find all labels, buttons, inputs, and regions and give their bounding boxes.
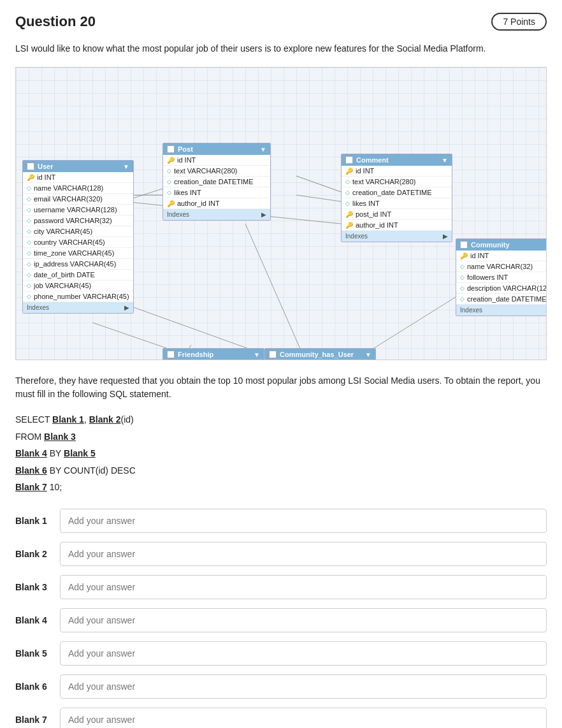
table-icon <box>345 156 353 164</box>
blank5-input[interactable] <box>60 641 547 666</box>
comment-table-name: Comment <box>356 156 389 164</box>
user-table-name: User <box>38 163 53 170</box>
key-icon: 🔑 <box>27 174 34 181</box>
table-row: ◇username VARCHAR(128) <box>23 205 133 215</box>
blank3-input[interactable] <box>60 575 547 599</box>
post-table-header: Post ▼ <box>163 143 270 155</box>
diamond-icon: ◇ <box>167 168 171 174</box>
table-row: ◇date_of_birth DATE <box>23 270 133 280</box>
points-badge: 7 Points <box>491 13 547 31</box>
blank3-label: Blank 3 <box>15 582 60 592</box>
blank5-label: Blank 5 <box>15 648 60 659</box>
post-table-indexes: Indexes▶ <box>163 209 270 220</box>
blank6-input[interactable] <box>60 674 547 699</box>
table-row: ◇job VARCHAR(45) <box>23 280 133 291</box>
table-icon <box>167 351 175 358</box>
diamond-icon: ◇ <box>27 261 31 267</box>
diamond-icon: ◇ <box>27 207 31 213</box>
blank1-row: Blank 1 <box>15 509 547 533</box>
blank2-ref: Blank 2 <box>89 414 121 425</box>
blank4-label: Blank 4 <box>15 615 60 625</box>
community-table-name: Community <box>471 241 510 249</box>
community-table: Community ▼ 🔑id INT ◇name VARCHAR(32) ◇f… <box>456 238 547 316</box>
sql-line-3: Blank 4 BY Blank 5 <box>15 445 547 462</box>
blank3-ref: Blank 3 <box>44 432 76 442</box>
table-row: ◇password VARCHAR(32) <box>23 215 133 226</box>
table-row: ◇creation_date DATETIME <box>342 187 452 198</box>
blank7-row: Blank 7 <box>15 708 547 728</box>
diamond-icon: ◇ <box>27 196 31 202</box>
db-diagram: User ▼ 🔑id INT ◇name VARCHAR(128) ◇email… <box>15 67 547 360</box>
sql-line-5: Blank 7 10; <box>15 479 547 496</box>
table-row: 🔑author_id INT <box>342 220 452 231</box>
table-row: ◇creation_date DATETIME <box>163 177 270 187</box>
friendship-table-name: Friendship <box>178 351 213 358</box>
table-row: 🔑id INT <box>342 166 452 177</box>
diamond-icon: ◇ <box>460 296 465 302</box>
table-icon <box>27 163 34 170</box>
friendship-table-header: Friendship ▼ <box>163 349 264 360</box>
blank3-row: Blank 3 <box>15 575 547 599</box>
table-row: ◇text VARCHAR(280) <box>163 166 270 177</box>
blank4-input[interactable] <box>60 608 547 632</box>
blank2-input[interactable] <box>60 542 547 566</box>
blank7-ref: Blank 7 <box>15 482 47 492</box>
table-row: ◇creation_date DATETIME <box>456 294 547 305</box>
svg-line-5 <box>245 224 303 354</box>
blank7-input[interactable] <box>60 708 547 728</box>
table-row: ◇likes INT <box>342 198 452 209</box>
diamond-icon: ◇ <box>27 282 31 289</box>
svg-line-12 <box>296 176 341 192</box>
blank4-row: Blank 4 <box>15 608 547 632</box>
comment-table-header: Comment ▼ <box>342 154 452 166</box>
table-row: ◇ip_address VARCHAR(45) <box>23 259 133 270</box>
blank2-row: Blank 2 <box>15 542 547 566</box>
blank2-label: Blank 2 <box>15 549 60 559</box>
diamond-icon: ◇ <box>27 217 31 224</box>
sql-line-2: FROM Blank 3 <box>15 428 547 446</box>
table-row: ◇name VARCHAR(32) <box>456 261 547 272</box>
sort-icon: ▼ <box>254 351 260 358</box>
sort-icon: ▼ <box>123 163 129 170</box>
key-icon: 🔑 <box>345 168 353 175</box>
svg-line-3 <box>123 303 264 354</box>
diamond-icon: ◇ <box>345 189 350 196</box>
diamond-icon: ◇ <box>27 239 31 245</box>
table-row: ◇city VARCHAR(45) <box>23 226 133 237</box>
diamond-icon: ◇ <box>460 263 465 270</box>
post-table: Post ▼ 🔑id INT ◇text VARCHAR(280) ◇creat… <box>162 143 271 221</box>
fk-icon: 🔑 <box>345 211 353 218</box>
table-icon <box>269 351 277 358</box>
table-row: ◇country VARCHAR(45) <box>23 237 133 248</box>
blank4-ref: Blank 4 <box>15 448 47 458</box>
diamond-icon: ◇ <box>167 178 171 185</box>
post-table-name: Post <box>178 145 193 153</box>
community-has-user-table-header: Community_has_User ▼ <box>265 349 375 360</box>
table-row: 🔑id INT <box>23 172 133 183</box>
comment-table: Comment ▼ 🔑id INT ◇text VARCHAR(280) ◇cr… <box>341 154 452 242</box>
user-table: User ▼ 🔑id INT ◇name VARCHAR(128) ◇email… <box>22 160 134 314</box>
blank1-ref: Blank 1 <box>52 414 84 425</box>
svg-line-4 <box>296 195 341 201</box>
table-row: ◇email VARCHAR(320) <box>23 194 133 205</box>
key-icon: 🔑 <box>167 157 175 164</box>
description-text: LSI would like to know what the most pop… <box>15 42 547 55</box>
blank6-label: Blank 6 <box>15 681 60 692</box>
blank5-row: Blank 5 <box>15 641 547 666</box>
table-row: 🔑author_id INT <box>163 198 270 209</box>
table-row: ◇likes INT <box>163 187 270 198</box>
diamond-icon: ◇ <box>460 285 465 291</box>
question-header: Question 20 7 Points <box>15 13 547 31</box>
sql-section: SELECT Blank 1, Blank 2(id) FROM Blank 3… <box>15 411 547 496</box>
blank6-row: Blank 6 <box>15 674 547 699</box>
key-icon: 🔑 <box>460 252 468 259</box>
diamond-icon: ◇ <box>27 293 31 300</box>
fk-icon: 🔑 <box>167 200 175 207</box>
blank1-label: Blank 1 <box>15 516 60 526</box>
diamond-icon: ◇ <box>345 200 350 207</box>
table-icon <box>167 145 175 153</box>
sort-icon: ▼ <box>365 351 371 358</box>
user-table-indexes: Indexes▶ <box>23 302 133 313</box>
diamond-icon: ◇ <box>27 272 31 278</box>
blank1-input[interactable] <box>60 509 547 533</box>
